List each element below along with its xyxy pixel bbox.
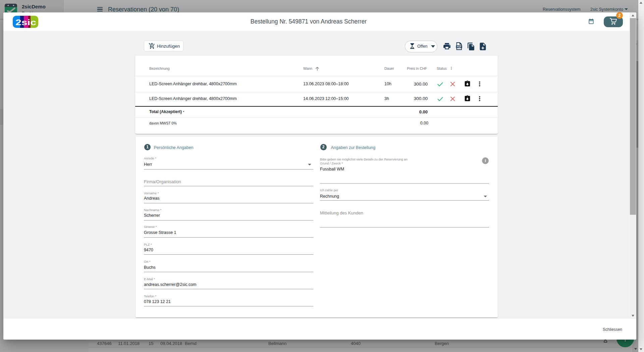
svg-text:PDF: PDF [457, 46, 461, 48]
